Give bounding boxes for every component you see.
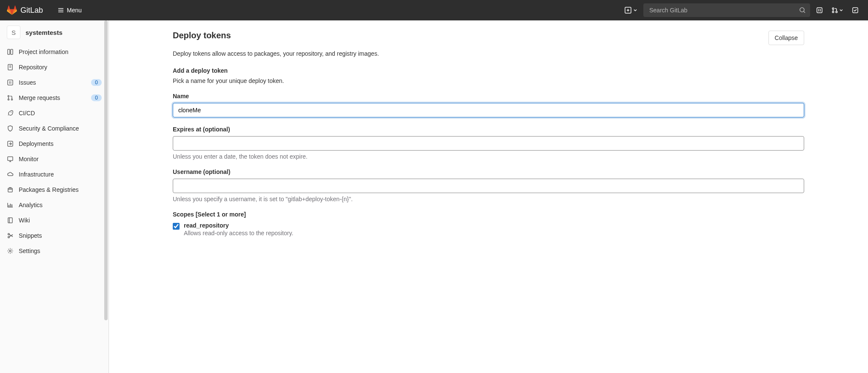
merge-request-icon: [831, 7, 838, 14]
section-title: Deploy tokens: [173, 31, 231, 40]
search-input[interactable]: [648, 4, 799, 16]
svg-rect-25: [8, 218, 12, 223]
expires-label: Expires at (optional): [173, 126, 804, 133]
svg-point-26: [8, 233, 10, 235]
issues-icon: [7, 79, 14, 86]
monitor-icon: [7, 156, 14, 162]
sidebar-item-merge-requests[interactable]: Merge requests 0: [0, 90, 108, 105]
svg-rect-22: [9, 205, 9, 207]
scissors-icon: [7, 232, 14, 239]
sidebar-item-infrastructure[interactable]: Infrastructure: [0, 167, 108, 182]
svg-rect-9: [8, 49, 10, 54]
collapse-button[interactable]: Collapse: [768, 31, 804, 45]
menu-button[interactable]: Menu: [53, 4, 86, 16]
username-input[interactable]: [173, 179, 804, 193]
sidebar-item-label: Repository: [19, 64, 102, 71]
svg-point-27: [8, 236, 10, 238]
repository-icon: [7, 64, 14, 71]
issues-icon: [816, 7, 823, 14]
chevron-down-icon: [633, 8, 637, 12]
svg-rect-12: [8, 80, 13, 85]
scope-description: Allows read-only access to the repositor…: [184, 230, 804, 236]
rocket-icon: [7, 110, 14, 117]
merge-request-icon: [7, 94, 14, 101]
scopes-label: Scopes [Select 1 or more]: [173, 211, 804, 218]
svg-rect-2: [817, 8, 822, 13]
sidebar: S systemtests Project information Reposi…: [0, 20, 109, 373]
todo-icon: [852, 7, 859, 14]
sidebar-item-label: Analytics: [19, 202, 102, 208]
brand-name: GitLab: [20, 6, 43, 15]
hamburger-icon: [57, 7, 64, 14]
merge-requests-count-badge: 0: [91, 94, 102, 101]
name-label: Name: [173, 93, 804, 100]
package-icon: [7, 186, 14, 193]
sidebar-item-label: Monitor: [19, 156, 102, 162]
sidebar-item-analytics[interactable]: Analytics: [0, 197, 108, 213]
username-help: Unless you specify a username, it is set…: [173, 196, 804, 202]
deployments-icon: [7, 140, 14, 147]
sidebar-item-monitor[interactable]: Monitor: [0, 151, 108, 167]
sidebar-item-label: Security & Compliance: [19, 125, 102, 132]
sidebar-item-project-information[interactable]: Project information: [0, 44, 108, 60]
book-icon: [7, 217, 14, 224]
sidebar-item-label: Merge requests: [19, 94, 86, 101]
svg-rect-14: [11, 81, 11, 84]
svg-point-6: [832, 11, 834, 13]
sidebar-item-issues[interactable]: Issues 0: [0, 75, 108, 90]
sidebar-item-label: Packages & Registries: [19, 186, 102, 193]
svg-point-1: [800, 8, 804, 12]
search-box[interactable]: [643, 3, 810, 17]
sidebar-item-settings[interactable]: Settings: [0, 243, 108, 259]
menu-label: Menu: [67, 7, 82, 14]
gitlab-logo-icon: [7, 5, 17, 15]
sidebar-scrollbar-thumb[interactable]: [104, 20, 108, 320]
sidebar-item-label: Project information: [19, 48, 102, 55]
sidebar-item-label: Deployments: [19, 140, 102, 147]
brand-logo[interactable]: GitLab: [7, 5, 43, 15]
sidebar-item-repository[interactable]: Repository: [0, 60, 108, 75]
sidebar-item-deployments[interactable]: Deployments: [0, 136, 108, 151]
svg-point-28: [9, 250, 11, 252]
topbar-right: [622, 3, 861, 17]
topbar: GitLab Menu: [0, 0, 868, 20]
expires-input[interactable]: [173, 136, 804, 151]
gear-icon: [7, 248, 14, 254]
svg-point-15: [8, 95, 9, 97]
name-input[interactable]: [173, 103, 804, 117]
svg-point-18: [11, 112, 11, 113]
sidebar-item-snippets[interactable]: Snippets: [0, 228, 108, 243]
shield-icon: [7, 125, 14, 132]
project-header[interactable]: S systemtests: [0, 20, 108, 44]
scope-checkbox-read-repository[interactable]: [173, 223, 180, 230]
svg-rect-21: [8, 188, 12, 192]
sidebar-item-label: Issues: [19, 79, 86, 86]
merge-requests-dropdown[interactable]: [829, 4, 846, 16]
sidebar-item-label: Infrastructure: [19, 171, 102, 178]
analytics-icon: [7, 202, 14, 208]
sidebar-item-cicd[interactable]: CI/CD: [0, 105, 108, 121]
create-new-dropdown[interactable]: [622, 4, 640, 16]
svg-rect-4: [820, 9, 821, 11]
svg-rect-20: [8, 157, 13, 161]
sidebar-item-label: Wiki: [19, 217, 102, 224]
sidebar-item-label: CI/CD: [19, 110, 102, 117]
sidebar-item-packages[interactable]: Packages & Registries: [0, 182, 108, 197]
username-label: Username (optional): [173, 168, 804, 175]
svg-rect-24: [11, 205, 12, 207]
svg-point-5: [832, 8, 834, 9]
scope-name: read_repository: [184, 222, 804, 229]
issues-dashboard-button[interactable]: [814, 4, 825, 16]
sidebar-item-wiki[interactable]: Wiki: [0, 213, 108, 228]
svg-point-7: [836, 11, 837, 13]
main-content: Deploy tokens Collapse Deploy tokens all…: [109, 20, 868, 373]
sidebar-scrollbar[interactable]: [104, 20, 108, 373]
sidebar-item-label: Snippets: [19, 232, 102, 239]
sidebar-item-security[interactable]: Security & Compliance: [0, 121, 108, 136]
svg-rect-3: [819, 9, 819, 11]
project-info-icon: [7, 48, 14, 55]
svg-rect-10: [11, 49, 13, 54]
svg-point-16: [8, 99, 9, 100]
expires-help: Unless you enter a date, the token does …: [173, 153, 804, 160]
todos-button[interactable]: [849, 4, 861, 16]
